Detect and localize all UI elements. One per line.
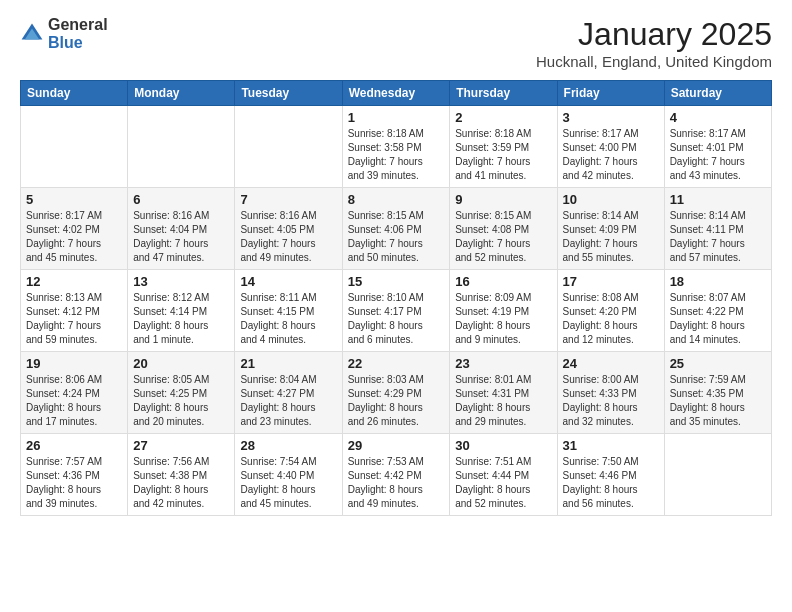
day-info: Sunrise: 8:17 AM Sunset: 4:00 PM Dayligh… — [563, 127, 659, 183]
logo-text: General Blue — [48, 16, 108, 51]
calendar-cell: 31Sunrise: 7:50 AM Sunset: 4:46 PM Dayli… — [557, 434, 664, 516]
day-info: Sunrise: 8:05 AM Sunset: 4:25 PM Dayligh… — [133, 373, 229, 429]
week-row-3: 19Sunrise: 8:06 AM Sunset: 4:24 PM Dayli… — [21, 352, 772, 434]
day-header-saturday: Saturday — [664, 81, 771, 106]
day-number: 7 — [240, 192, 336, 207]
day-number: 30 — [455, 438, 551, 453]
day-number: 9 — [455, 192, 551, 207]
day-header-monday: Monday — [128, 81, 235, 106]
day-number: 26 — [26, 438, 122, 453]
day-header-sunday: Sunday — [21, 81, 128, 106]
day-number: 11 — [670, 192, 766, 207]
calendar-cell: 17Sunrise: 8:08 AM Sunset: 4:20 PM Dayli… — [557, 270, 664, 352]
day-info: Sunrise: 8:04 AM Sunset: 4:27 PM Dayligh… — [240, 373, 336, 429]
calendar-cell: 26Sunrise: 7:57 AM Sunset: 4:36 PM Dayli… — [21, 434, 128, 516]
day-info: Sunrise: 8:10 AM Sunset: 4:17 PM Dayligh… — [348, 291, 445, 347]
day-number: 19 — [26, 356, 122, 371]
day-header-wednesday: Wednesday — [342, 81, 450, 106]
day-number: 24 — [563, 356, 659, 371]
calendar-cell: 25Sunrise: 7:59 AM Sunset: 4:35 PM Dayli… — [664, 352, 771, 434]
day-number: 4 — [670, 110, 766, 125]
calendar-header-row: SundayMondayTuesdayWednesdayThursdayFrid… — [21, 81, 772, 106]
calendar-cell: 9Sunrise: 8:15 AM Sunset: 4:08 PM Daylig… — [450, 188, 557, 270]
day-number: 5 — [26, 192, 122, 207]
calendar-cell: 21Sunrise: 8:04 AM Sunset: 4:27 PM Dayli… — [235, 352, 342, 434]
day-info: Sunrise: 7:56 AM Sunset: 4:38 PM Dayligh… — [133, 455, 229, 511]
calendar-cell: 20Sunrise: 8:05 AM Sunset: 4:25 PM Dayli… — [128, 352, 235, 434]
day-number: 27 — [133, 438, 229, 453]
day-number: 21 — [240, 356, 336, 371]
day-info: Sunrise: 8:16 AM Sunset: 4:05 PM Dayligh… — [240, 209, 336, 265]
header: General Blue January 2025 Hucknall, Engl… — [20, 16, 772, 70]
calendar-cell — [235, 106, 342, 188]
calendar-cell: 27Sunrise: 7:56 AM Sunset: 4:38 PM Dayli… — [128, 434, 235, 516]
day-info: Sunrise: 7:53 AM Sunset: 4:42 PM Dayligh… — [348, 455, 445, 511]
week-row-2: 12Sunrise: 8:13 AM Sunset: 4:12 PM Dayli… — [21, 270, 772, 352]
logo-blue: Blue — [48, 34, 108, 52]
day-info: Sunrise: 8:13 AM Sunset: 4:12 PM Dayligh… — [26, 291, 122, 347]
day-number: 2 — [455, 110, 551, 125]
calendar-cell — [21, 106, 128, 188]
day-info: Sunrise: 8:03 AM Sunset: 4:29 PM Dayligh… — [348, 373, 445, 429]
calendar-cell: 18Sunrise: 8:07 AM Sunset: 4:22 PM Dayli… — [664, 270, 771, 352]
day-info: Sunrise: 8:06 AM Sunset: 4:24 PM Dayligh… — [26, 373, 122, 429]
day-info: Sunrise: 8:12 AM Sunset: 4:14 PM Dayligh… — [133, 291, 229, 347]
calendar-cell: 10Sunrise: 8:14 AM Sunset: 4:09 PM Dayli… — [557, 188, 664, 270]
day-number: 16 — [455, 274, 551, 289]
day-number: 28 — [240, 438, 336, 453]
day-number: 23 — [455, 356, 551, 371]
day-info: Sunrise: 8:17 AM Sunset: 4:02 PM Dayligh… — [26, 209, 122, 265]
day-number: 15 — [348, 274, 445, 289]
calendar-cell: 1Sunrise: 8:18 AM Sunset: 3:58 PM Daylig… — [342, 106, 450, 188]
day-number: 31 — [563, 438, 659, 453]
day-info: Sunrise: 7:57 AM Sunset: 4:36 PM Dayligh… — [26, 455, 122, 511]
day-info: Sunrise: 8:18 AM Sunset: 3:59 PM Dayligh… — [455, 127, 551, 183]
week-row-1: 5Sunrise: 8:17 AM Sunset: 4:02 PM Daylig… — [21, 188, 772, 270]
day-info: Sunrise: 8:15 AM Sunset: 4:08 PM Dayligh… — [455, 209, 551, 265]
day-info: Sunrise: 7:59 AM Sunset: 4:35 PM Dayligh… — [670, 373, 766, 429]
day-number: 18 — [670, 274, 766, 289]
logo: General Blue — [20, 16, 108, 51]
calendar-cell: 24Sunrise: 8:00 AM Sunset: 4:33 PM Dayli… — [557, 352, 664, 434]
calendar-cell: 30Sunrise: 7:51 AM Sunset: 4:44 PM Dayli… — [450, 434, 557, 516]
calendar-cell: 19Sunrise: 8:06 AM Sunset: 4:24 PM Dayli… — [21, 352, 128, 434]
calendar-cell: 14Sunrise: 8:11 AM Sunset: 4:15 PM Dayli… — [235, 270, 342, 352]
day-info: Sunrise: 8:09 AM Sunset: 4:19 PM Dayligh… — [455, 291, 551, 347]
calendar-cell: 15Sunrise: 8:10 AM Sunset: 4:17 PM Dayli… — [342, 270, 450, 352]
day-header-thursday: Thursday — [450, 81, 557, 106]
day-info: Sunrise: 7:54 AM Sunset: 4:40 PM Dayligh… — [240, 455, 336, 511]
day-number: 14 — [240, 274, 336, 289]
day-info: Sunrise: 7:50 AM Sunset: 4:46 PM Dayligh… — [563, 455, 659, 511]
day-info: Sunrise: 8:18 AM Sunset: 3:58 PM Dayligh… — [348, 127, 445, 183]
week-row-0: 1Sunrise: 8:18 AM Sunset: 3:58 PM Daylig… — [21, 106, 772, 188]
page: General Blue January 2025 Hucknall, Engl… — [0, 0, 792, 612]
day-number: 1 — [348, 110, 445, 125]
day-number: 25 — [670, 356, 766, 371]
day-info: Sunrise: 8:17 AM Sunset: 4:01 PM Dayligh… — [670, 127, 766, 183]
calendar-cell: 11Sunrise: 8:14 AM Sunset: 4:11 PM Dayli… — [664, 188, 771, 270]
calendar-cell: 13Sunrise: 8:12 AM Sunset: 4:14 PM Dayli… — [128, 270, 235, 352]
day-number: 22 — [348, 356, 445, 371]
day-number: 3 — [563, 110, 659, 125]
day-number: 6 — [133, 192, 229, 207]
day-number: 10 — [563, 192, 659, 207]
calendar-cell: 6Sunrise: 8:16 AM Sunset: 4:04 PM Daylig… — [128, 188, 235, 270]
day-info: Sunrise: 7:51 AM Sunset: 4:44 PM Dayligh… — [455, 455, 551, 511]
day-info: Sunrise: 8:08 AM Sunset: 4:20 PM Dayligh… — [563, 291, 659, 347]
calendar-cell — [128, 106, 235, 188]
day-info: Sunrise: 8:07 AM Sunset: 4:22 PM Dayligh… — [670, 291, 766, 347]
calendar-cell: 4Sunrise: 8:17 AM Sunset: 4:01 PM Daylig… — [664, 106, 771, 188]
day-number: 8 — [348, 192, 445, 207]
day-info: Sunrise: 8:15 AM Sunset: 4:06 PM Dayligh… — [348, 209, 445, 265]
day-number: 13 — [133, 274, 229, 289]
day-info: Sunrise: 8:16 AM Sunset: 4:04 PM Dayligh… — [133, 209, 229, 265]
calendar-cell: 5Sunrise: 8:17 AM Sunset: 4:02 PM Daylig… — [21, 188, 128, 270]
calendar-cell: 28Sunrise: 7:54 AM Sunset: 4:40 PM Dayli… — [235, 434, 342, 516]
calendar-cell: 16Sunrise: 8:09 AM Sunset: 4:19 PM Dayli… — [450, 270, 557, 352]
calendar-cell: 22Sunrise: 8:03 AM Sunset: 4:29 PM Dayli… — [342, 352, 450, 434]
day-info: Sunrise: 8:14 AM Sunset: 4:11 PM Dayligh… — [670, 209, 766, 265]
logo-general: General — [48, 16, 108, 34]
title-section: January 2025 Hucknall, England, United K… — [536, 16, 772, 70]
day-number: 17 — [563, 274, 659, 289]
calendar: SundayMondayTuesdayWednesdayThursdayFrid… — [20, 80, 772, 516]
